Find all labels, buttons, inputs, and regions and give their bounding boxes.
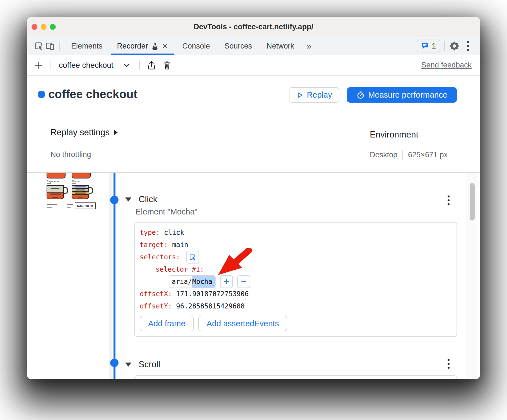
issues-button[interactable]: 1 — [417, 40, 440, 52]
export-recording-icon[interactable] — [146, 60, 157, 71]
window-title: DevTools - coffee-cart.netlify.app/ — [27, 23, 480, 31]
thumbnail-total-label: Total: $0.00 — [76, 204, 93, 208]
add-asserted-events-button[interactable]: Add assertedEvents — [198, 316, 288, 331]
thumbnail-product-left-label: Cappuccino — [47, 180, 60, 183]
step-options-button[interactable] — [444, 357, 453, 371]
code-line-offsetx: offsetX: 171.90187072753906 — [140, 288, 451, 300]
replay-button[interactable]: Replay — [289, 87, 339, 103]
throttling-value: No throttling — [50, 150, 91, 159]
remove-selector-part-button[interactable] — [237, 275, 250, 288]
delete-recording-icon[interactable] — [161, 60, 173, 71]
code-line-selectors: selectors: — [140, 251, 451, 263]
divider — [27, 172, 480, 173]
scroll-step-node[interactable] — [110, 359, 119, 367]
titlebar: DevTools - coffee-cart.netlify.app/ — [27, 17, 480, 37]
inspect-element-icon[interactable] — [33, 40, 44, 52]
recording-select[interactable]: coffee checkout — [56, 61, 133, 70]
step-screenshot-thumbnail[interactable]: Cappuccino Mocha — [39, 173, 96, 212]
step-options-button[interactable] — [444, 193, 453, 207]
code-line-target: target: main — [140, 239, 451, 251]
code-line-selector-value: aria/ Mocha — [140, 276, 451, 288]
tab-elements[interactable]: Elements — [64, 37, 110, 55]
divider — [50, 61, 50, 70]
step-code-editor-partial — [134, 375, 457, 379]
recorder-toolbar: coffee checkout — [27, 55, 480, 76]
devtools-tabbar: Elements Recorder Console Sources — [27, 37, 480, 55]
tab-recorder[interactable]: Recorder — [110, 37, 175, 55]
recording-status-dot — [38, 91, 45, 98]
more-tabs-icon[interactable]: » — [301, 41, 317, 51]
selector-input[interactable]: aria/ Mocha — [169, 275, 216, 288]
thumbnail-product-right-label: Mocha — [72, 180, 79, 183]
code-line-type: type: click — [140, 226, 451, 239]
experiment-flask-icon — [151, 42, 158, 50]
recording-title: coffee checkout — [48, 88, 137, 101]
divider — [139, 61, 140, 70]
environment-viewport: 625×671 px — [408, 151, 448, 159]
scroll-step-header[interactable]: Scroll — [125, 359, 160, 370]
device-toolbar-icon[interactable] — [44, 40, 55, 52]
divider — [444, 41, 445, 51]
add-selector-part-button[interactable] — [220, 275, 233, 288]
environment-device: Desktop — [370, 151, 397, 159]
click-step-node[interactable] — [110, 196, 119, 204]
send-feedback-link[interactable]: Send feedback — [421, 61, 472, 69]
add-frame-button[interactable]: Add frame — [140, 316, 194, 331]
selector-input-selected-text: Mocha — [192, 276, 215, 288]
close-recorder-tab-icon[interactable] — [162, 43, 168, 49]
tab-network[interactable]: Network — [259, 37, 301, 55]
code-line-offsety: offsetY: 96.28585815429688 — [140, 300, 451, 312]
pick-selector-button[interactable] — [186, 251, 199, 264]
devtools-menu-kebab-icon[interactable] — [464, 38, 473, 54]
step-subtitle: Element "Mocha" — [136, 207, 197, 216]
scrollbar-thumb[interactable] — [470, 183, 475, 221]
chevron-expanded-icon[interactable] — [125, 197, 131, 202]
environment-heading: Environment — [370, 130, 418, 140]
feedback-bubble-icon — [421, 42, 429, 50]
step-title: Scroll — [139, 359, 160, 370]
step-code-editor[interactable]: type: click target: main selectors: sele… — [134, 222, 457, 337]
sidebar-scroll-gutter — [109, 173, 112, 379]
chevron-down-icon — [123, 63, 130, 68]
add-recording-icon[interactable] — [33, 60, 44, 71]
play-icon — [296, 91, 303, 99]
chevron-right-icon — [114, 130, 118, 135]
devtools-window: DevTools - coffee-cart.netlify.app/ Elem… — [27, 17, 480, 379]
measure-performance-button[interactable]: Measure performance — [347, 87, 457, 103]
step-title: Click — [139, 194, 157, 204]
replay-settings-toggle[interactable]: Replay settings — [50, 127, 118, 137]
selector-input-prefix: aria/ — [172, 276, 192, 288]
code-line-selector1: selector #1: — [140, 263, 451, 276]
gear-icon[interactable] — [449, 40, 460, 52]
chevron-expanded-icon[interactable] — [125, 363, 131, 367]
environment-values: Desktop 625×671 px — [370, 150, 448, 160]
active-tab-underline — [111, 54, 174, 55]
click-step-header[interactable]: Click Element "Mocha" — [125, 194, 197, 216]
recording-select-value: coffee checkout — [59, 61, 114, 70]
divider — [59, 41, 60, 51]
gauge-icon — [356, 91, 365, 99]
tab-console[interactable]: Console — [175, 37, 217, 55]
issues-count: 1 — [432, 42, 436, 50]
tab-sources[interactable]: Sources — [217, 37, 259, 55]
divider — [402, 150, 403, 160]
